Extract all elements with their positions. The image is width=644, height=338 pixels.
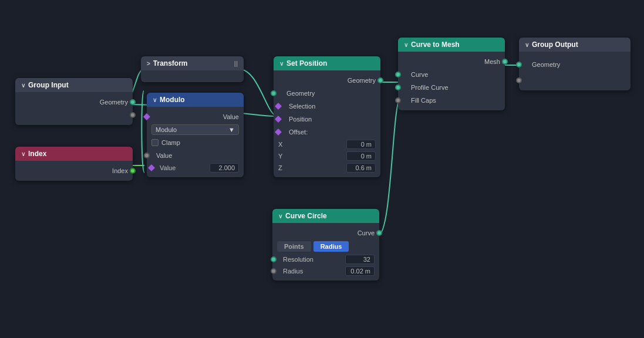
- set-position-header: ∨ Set Position: [274, 56, 380, 70]
- z-value[interactable]: 0.6 m: [346, 163, 376, 173]
- modulo-node: ∨ Modulo Value Modulo ▼ Clamp Value: [147, 93, 244, 177]
- x-label: X: [278, 141, 344, 148]
- mesh-output-label: Mesh: [484, 58, 500, 65]
- chevron-icon-cc: ∨: [278, 213, 282, 219]
- radius-value[interactable]: 0.02 m: [345, 266, 375, 276]
- index-header: ∨ Index: [15, 147, 133, 161]
- curve-in-socket[interactable]: [395, 72, 401, 77]
- chevron-icon-go: ∨: [525, 42, 529, 48]
- set-position-node: ∨ Set Position Geometry Geometry Selecti…: [274, 56, 380, 177]
- group-output-node: ∨ Group Output Geometry: [519, 38, 630, 90]
- radius-socket: [271, 268, 277, 274]
- radius-label: Radius: [283, 268, 343, 275]
- geometry-output-label: Geometry: [100, 99, 128, 106]
- index-title: Index: [28, 150, 46, 158]
- set-position-body: Geometry Geometry Selection Position Off…: [274, 70, 380, 177]
- setpos-geometry-label: Geometry: [348, 77, 376, 84]
- points-tab-button[interactable]: Points: [277, 241, 311, 252]
- fill-caps-socket: [395, 97, 401, 103]
- setpos-position-row: Position: [274, 113, 380, 126]
- index-body: Index: [15, 161, 133, 181]
- offset-label: Offset:: [289, 129, 308, 136]
- selection-socket: [274, 102, 282, 110]
- modulo-header: ∨ Modulo: [147, 93, 244, 107]
- curve-input-label: Curve: [411, 71, 428, 78]
- y-value[interactable]: 0 m: [346, 151, 376, 161]
- value-field-label: Value: [160, 164, 207, 171]
- setpos-selection-row: Selection: [274, 100, 380, 113]
- curve-input-row: Curve: [398, 68, 505, 81]
- group-input-header: ∨ Group Input: [15, 78, 133, 92]
- cc-curve-output-label: Curve: [358, 229, 375, 236]
- transform-title: Transform: [153, 59, 188, 67]
- radius-row: Radius 0.02 m: [272, 265, 379, 277]
- go-geometry-row: Geometry: [519, 55, 630, 74]
- transform-node: > Transform ||: [141, 56, 244, 82]
- modulo-value-row: Value: [147, 149, 244, 162]
- group-output-title: Group Output: [532, 40, 578, 49]
- index-output-row: Index: [15, 164, 133, 177]
- index-node: ∨ Index Index: [15, 147, 133, 181]
- mesh-output-row: Mesh: [398, 55, 505, 68]
- radius-tab-button[interactable]: Radius: [313, 241, 349, 252]
- value-field-number[interactable]: 2.000: [210, 163, 239, 173]
- resolution-row: Resolution 32: [272, 254, 379, 265]
- mesh-socket[interactable]: [502, 59, 508, 65]
- chevron-icon-index: ∨: [21, 151, 25, 157]
- curve-to-mesh-body: Mesh Curve Profile Curve Fill Caps: [398, 52, 505, 110]
- dropdown-arrow: ▼: [228, 126, 235, 133]
- setpos-geo-in-label: Geometry: [286, 90, 315, 97]
- selection-label: Selection: [289, 103, 315, 110]
- value-field-row: Value 2.000: [147, 162, 244, 174]
- transform-badge: ||: [234, 60, 238, 67]
- fill-caps-row: Fill Caps: [398, 94, 505, 107]
- transform-body: [141, 70, 244, 82]
- x-value[interactable]: 0 m: [346, 140, 376, 149]
- z-label: Z: [278, 164, 344, 171]
- modulo-value-input-row: Value: [147, 110, 244, 123]
- curve-to-mesh-node: ∨ Curve to Mesh Mesh Curve Profile Curve…: [398, 38, 505, 110]
- modulo-body: Value Modulo ▼ Clamp Value Value 2.000: [147, 107, 244, 177]
- resolution-value[interactable]: 32: [345, 255, 375, 264]
- geometry-output-row: Geometry: [15, 96, 133, 109]
- curve-circle-title: Curve Circle: [285, 212, 327, 220]
- geometry-output-socket[interactable]: [130, 99, 136, 105]
- clamp-checkbox[interactable]: [151, 139, 159, 146]
- setpos-geometry-input-row: Geometry: [274, 87, 380, 100]
- profile-curve-socket[interactable]: [395, 84, 401, 90]
- fill-caps-label: Fill Caps: [411, 97, 436, 104]
- setpos-geometry-output: Geometry: [274, 74, 380, 87]
- curve-circle-node: ∨ Curve Circle Curve Points Radius Resol…: [272, 209, 379, 280]
- set-position-title: Set Position: [286, 59, 327, 67]
- chevron-icon-modulo: ∨: [153, 97, 157, 103]
- setpos-geo-in-socket[interactable]: [271, 90, 277, 96]
- chevron-icon-transform: >: [147, 60, 150, 67]
- go-geometry-label: Geometry: [532, 61, 560, 68]
- cc-curve-output-row: Curve: [272, 227, 379, 239]
- profile-curve-row: Profile Curve: [398, 81, 505, 94]
- curve-circle-header: ∨ Curve Circle: [272, 209, 379, 223]
- modulo-dropdown[interactable]: Modulo ▼: [151, 124, 239, 135]
- chevron-icon-setpos: ∨: [279, 60, 284, 67]
- modulo-value-input-label: Value: [223, 113, 239, 120]
- go-geometry-socket[interactable]: [516, 62, 522, 67]
- curve-to-mesh-header: ∨ Curve to Mesh: [398, 38, 505, 52]
- cc-curve-socket[interactable]: [376, 230, 382, 236]
- setpos-geometry-socket[interactable]: [377, 77, 383, 83]
- modulo-value-output-socket: [144, 153, 150, 158]
- chevron-icon-ctm: ∨: [404, 42, 408, 48]
- setpos-offset-row: Offset:: [274, 126, 380, 138]
- modulo-value-row-label: Value: [156, 152, 172, 159]
- offset-socket: [274, 128, 282, 136]
- curve-to-mesh-title: Curve to Mesh: [411, 40, 460, 49]
- curve-circle-body: Curve Points Radius Resolution 32 Radius…: [272, 223, 379, 280]
- position-socket: [274, 115, 282, 123]
- index-output-label: Index: [112, 167, 128, 174]
- modulo-dropdown-label: Modulo: [156, 126, 177, 133]
- go-extra-socket: [516, 77, 522, 83]
- index-output-socket[interactable]: [130, 168, 136, 174]
- chevron-icon: ∨: [21, 82, 25, 89]
- resolution-label: Resolution: [283, 256, 343, 263]
- y-label: Y: [278, 153, 344, 160]
- position-label: Position: [289, 116, 312, 123]
